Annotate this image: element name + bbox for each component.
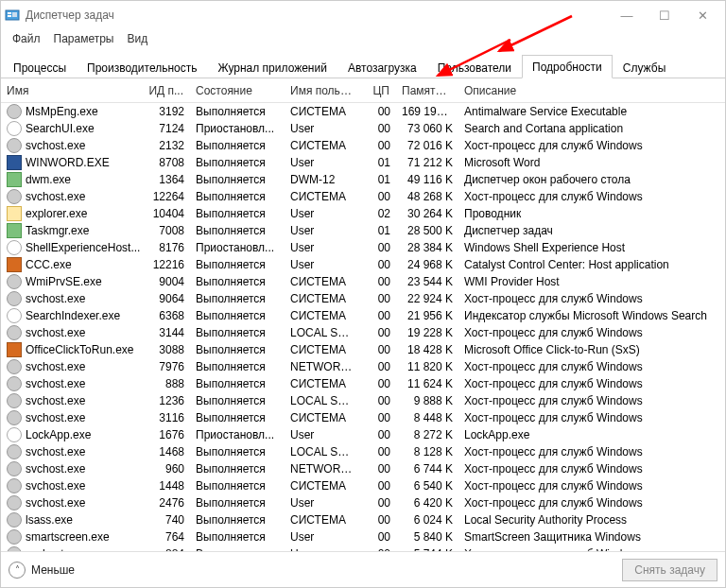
cell-name: smartscreen.exe bbox=[1, 529, 143, 545]
table-row[interactable]: WINWORD.EXE8708ВыполняетсяUser0171 212 K… bbox=[1, 154, 725, 171]
cell-memory: 48 268 K bbox=[396, 190, 458, 203]
table-row[interactable]: ShellExperienceHost...8176Приостановл...… bbox=[1, 239, 725, 256]
tab-details[interactable]: Подробности bbox=[522, 55, 613, 78]
col-cpu[interactable]: ЦП bbox=[358, 80, 396, 101]
table-row[interactable]: SearchIndexer.exe6368ВыполняетсяСИСТЕМА0… bbox=[1, 307, 725, 324]
process-name: svchost.exe bbox=[26, 326, 85, 339]
tab-startup[interactable]: Автозагрузка bbox=[337, 56, 427, 78]
table-row[interactable]: Taskmgr.exe7008ВыполняетсяUser0128 500 K… bbox=[1, 222, 725, 239]
process-icon bbox=[7, 138, 22, 153]
cell-name: WINWORD.EXE bbox=[1, 155, 143, 170]
process-icon bbox=[7, 121, 22, 136]
cell-cpu: 00 bbox=[358, 258, 396, 271]
maximize-button[interactable]: ☐ bbox=[646, 2, 683, 28]
cell-description: Хост-процесс для служб Windows bbox=[458, 479, 725, 493]
cell-description: Хост-процесс для служб Windows bbox=[458, 190, 725, 203]
process-grid[interactable]: MsMpEng.exe3192ВыполняетсяСИСТЕМА00169 1… bbox=[1, 103, 725, 551]
table-row[interactable]: svchost.exe888ВыполняетсяСИСТЕМА0011 624… bbox=[1, 375, 725, 392]
tab-users[interactable]: Пользователи bbox=[427, 56, 522, 78]
process-name: CCC.exe bbox=[26, 258, 72, 271]
cell-cpu: 01 bbox=[358, 173, 396, 186]
cell-name: lsass.exe bbox=[1, 512, 143, 527]
table-row[interactable]: svchost.exe3116ВыполняетсяСИСТЕМА008 448… bbox=[1, 409, 725, 426]
table-row[interactable]: WmiPrvSE.exe9004ВыполняетсяСИСТЕМА0023 5… bbox=[1, 273, 725, 290]
table-row[interactable]: svchost.exe2476ВыполняетсяUser006 420 KХ… bbox=[1, 494, 725, 511]
cell-pid: 3116 bbox=[143, 411, 190, 424]
cell-user: User bbox=[285, 530, 358, 544]
col-user[interactable]: Имя польз... bbox=[285, 80, 358, 101]
minimize-button[interactable]: — bbox=[608, 2, 646, 28]
cell-pid: 6368 bbox=[143, 309, 190, 322]
end-task-button[interactable]: Снять задачу bbox=[622, 559, 717, 581]
cell-state: Выполняется bbox=[190, 326, 285, 339]
close-button[interactable]: ✕ bbox=[683, 2, 721, 28]
cell-pid: 1468 bbox=[143, 445, 190, 458]
cell-cpu: 00 bbox=[358, 513, 396, 527]
table-row[interactable]: MsMpEng.exe3192ВыполняетсяСИСТЕМА00169 1… bbox=[1, 103, 725, 120]
col-pid[interactable]: ИД п... bbox=[143, 80, 190, 101]
menu-view[interactable]: Вид bbox=[121, 30, 153, 47]
cell-pid: 1448 bbox=[143, 479, 190, 493]
tab-processes[interactable]: Процессы bbox=[3, 56, 77, 78]
cell-pid: 7008 bbox=[143, 224, 190, 237]
menu-options[interactable]: Параметры bbox=[48, 30, 120, 47]
process-name: svchost.exe bbox=[26, 360, 85, 373]
cell-cpu: 00 bbox=[358, 275, 396, 288]
cell-name: SearchUI.exe bbox=[1, 121, 143, 136]
table-row[interactable]: svchost.exe9064ВыполняетсяСИСТЕМА0022 92… bbox=[1, 290, 725, 307]
cell-pid: 2132 bbox=[143, 139, 190, 152]
cell-name: svchost.exe bbox=[1, 325, 143, 340]
cell-name: explorer.exe bbox=[1, 206, 143, 221]
process-icon bbox=[7, 359, 22, 374]
cell-pid: 1364 bbox=[143, 173, 190, 186]
table-row[interactable]: svchost.exe960ВыполняетсяNETWORK...006 7… bbox=[1, 460, 725, 477]
table-row[interactable]: svchost.exe2132ВыполняетсяСИСТЕМА0072 01… bbox=[1, 137, 725, 154]
col-memory[interactable]: Память (ч...▼ bbox=[396, 80, 458, 101]
cell-memory: 6 744 K bbox=[396, 462, 458, 476]
cell-name: svchost.exe bbox=[1, 189, 143, 204]
cell-name: Taskmgr.exe bbox=[1, 223, 143, 238]
table-row[interactable]: dwm.exe1364ВыполняетсяDWM-120149 116 KДи… bbox=[1, 171, 725, 188]
table-row[interactable]: svchost.exe12264ВыполняетсяСИСТЕМА0048 2… bbox=[1, 188, 725, 205]
table-row[interactable]: svchost.exe3144ВыполняетсяLOCAL SE...001… bbox=[1, 324, 725, 341]
col-description[interactable]: Описание bbox=[458, 80, 710, 101]
cell-description: LockApp.exe bbox=[458, 428, 725, 441]
cell-pid: 12264 bbox=[143, 190, 190, 203]
col-state[interactable]: Состояние bbox=[190, 80, 285, 101]
table-row[interactable]: svchost.exe1448ВыполняетсяСИСТЕМА006 540… bbox=[1, 477, 725, 494]
table-row[interactable]: svchost.exe1236ВыполняетсяLOCAL SE...009… bbox=[1, 392, 725, 409]
table-row[interactable]: OfficeClickToRun.exe3088ВыполняетсяСИСТЕ… bbox=[1, 341, 725, 358]
cell-cpu: 00 bbox=[358, 479, 396, 493]
fewer-label: Меньше bbox=[31, 563, 75, 577]
table-row[interactable]: LockApp.exe1676Приостановл...User008 272… bbox=[1, 426, 725, 443]
cell-user: LOCAL SE... bbox=[285, 445, 358, 458]
fewer-details-button[interactable]: ˄ Меньше bbox=[9, 562, 75, 579]
cell-name: dwm.exe bbox=[1, 172, 143, 187]
tab-performance[interactable]: Производительность bbox=[77, 56, 207, 78]
cell-description: SmartScreen Защитника Windows bbox=[458, 530, 725, 544]
footer-bar: ˄ Меньше Снять задачу bbox=[1, 551, 725, 587]
svg-rect-1 bbox=[8, 12, 11, 14]
table-row[interactable]: SearchUI.exe7124Приостановл...User0073 0… bbox=[1, 120, 725, 137]
cell-user: СИСТЕМА bbox=[285, 190, 358, 203]
table-row[interactable]: CCC.exe12216ВыполняетсяUser0024 968 KCat… bbox=[1, 256, 725, 273]
tab-apphistory[interactable]: Журнал приложений bbox=[208, 56, 337, 78]
table-row[interactable]: svchost.exe7976ВыполняетсяNETWORK...0011… bbox=[1, 358, 725, 375]
tab-services[interactable]: Службы bbox=[613, 56, 676, 78]
cell-pid: 1676 bbox=[143, 428, 190, 441]
col-name[interactable]: Имя bbox=[1, 80, 143, 101]
menu-file[interactable]: Файл bbox=[7, 30, 46, 47]
process-icon bbox=[7, 291, 22, 306]
cell-description: Catalyst Control Center: Host applicatio… bbox=[458, 258, 725, 271]
cell-pid: 740 bbox=[143, 513, 190, 527]
table-row[interactable]: lsass.exe740ВыполняетсяСИСТЕМА006 024 KL… bbox=[1, 511, 725, 528]
table-row[interactable]: explorer.exe10404ВыполняетсяUser0230 264… bbox=[1, 205, 725, 222]
cell-cpu: 00 bbox=[358, 360, 396, 373]
process-name: svchost.exe bbox=[26, 394, 85, 407]
cell-description: Microsoft Office Click-to-Run (SxS) bbox=[458, 343, 725, 356]
process-name: svchost.exe bbox=[26, 411, 85, 424]
process-name: svchost.exe bbox=[26, 462, 85, 476]
table-row[interactable]: smartscreen.exe764ВыполняетсяUser005 840… bbox=[1, 528, 725, 545]
cell-memory: 5 840 K bbox=[396, 530, 458, 544]
table-row[interactable]: svchost.exe1468ВыполняетсяLOCAL SE...008… bbox=[1, 443, 725, 460]
